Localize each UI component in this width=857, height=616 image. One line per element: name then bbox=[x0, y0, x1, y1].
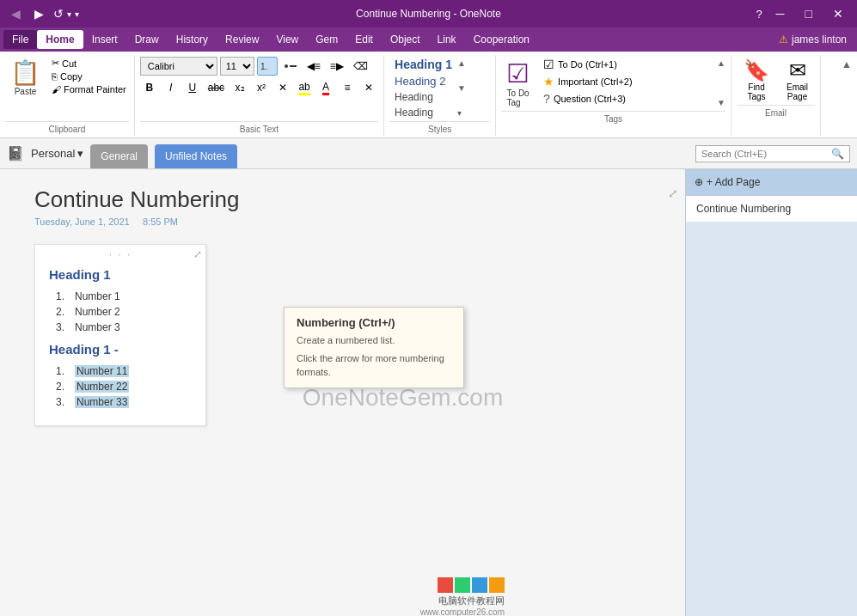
menu-view[interactable]: View bbox=[267, 30, 307, 49]
note-date: Tuesday, June 1, 2021 8:55 PM bbox=[34, 217, 651, 227]
email-label: EmailPage bbox=[787, 82, 808, 101]
highlight-button[interactable]: ab bbox=[295, 78, 314, 97]
font-row-2: B I U abc x₂ x² ✕ ab A ≡ ✕ bbox=[140, 78, 378, 97]
logo-sub: www.computer26.com bbox=[420, 607, 505, 616]
menu-edit[interactable]: Edit bbox=[346, 30, 382, 49]
superscript-button[interactable]: x² bbox=[252, 78, 271, 97]
indent-decrease-button[interactable]: ◀≡ bbox=[303, 57, 324, 76]
menu-file[interactable]: File bbox=[3, 30, 37, 49]
note-date-text: Tuesday, June 1, 2021 bbox=[34, 217, 130, 227]
question-icon: ? bbox=[543, 92, 550, 106]
search-icon[interactable]: 🔍 bbox=[831, 148, 844, 160]
important-icon: ★ bbox=[543, 75, 554, 88]
title-bar: ◀ ▶ ↺ ▾ ▾ Continue Numbering - OneNote ?… bbox=[0, 0, 857, 27]
section-tab-unfiled[interactable]: Unfiled Notes bbox=[155, 144, 237, 168]
tag-todo[interactable]: ☑ To Do (Ctrl+1) bbox=[540, 57, 712, 72]
tags-scroll-up[interactable]: ▲ bbox=[717, 58, 725, 68]
cut-button[interactable]: ✂ Cut bbox=[49, 57, 129, 70]
subscript-button[interactable]: x₂ bbox=[230, 78, 249, 97]
windows-logo bbox=[438, 577, 505, 593]
menu-link[interactable]: Link bbox=[429, 30, 465, 49]
logo-text: 电脑软件教程网 bbox=[438, 595, 505, 607]
back-icon[interactable]: ◀ bbox=[7, 5, 25, 22]
format-painter-button[interactable]: 🖌 Format Painter bbox=[49, 83, 129, 95]
font-select[interactable]: Calibri bbox=[140, 57, 217, 76]
underline-button[interactable]: U bbox=[183, 78, 202, 97]
paste-button[interactable]: 📋 Paste bbox=[5, 57, 46, 98]
indent-increase-button[interactable]: ≡▶ bbox=[327, 57, 347, 76]
list-2: 1. Number 11 2. Number 22 3. Number 33 bbox=[49, 365, 192, 408]
note-expand-corner[interactable]: ⤢ bbox=[668, 186, 678, 200]
add-page-button[interactable]: ⊕ + Add Page bbox=[686, 169, 857, 196]
tag-important[interactable]: ★ Important (Ctrl+2) bbox=[540, 74, 712, 89]
notebook-name[interactable]: Personal ▾ bbox=[31, 147, 83, 160]
italic-button[interactable]: I bbox=[162, 78, 181, 97]
menu-object[interactable]: Object bbox=[382, 30, 429, 49]
quick-access-dropdown-icon[interactable]: ▾ bbox=[75, 9, 79, 19]
find-tags-button[interactable]: 🔖 FindTags bbox=[737, 57, 776, 103]
numbered-list-button[interactable]: 1. bbox=[257, 57, 278, 76]
main-area: Continue Numbering Tuesday, June 1, 2021… bbox=[0, 169, 857, 616]
question-label: Question (Ctrl+3) bbox=[554, 94, 626, 104]
svg-text:1.: 1. bbox=[260, 62, 267, 71]
styles-scroll-down[interactable]: ▼ bbox=[457, 83, 466, 93]
menu-gem[interactable]: Gem bbox=[307, 30, 346, 49]
search-box[interactable]: 🔍 bbox=[695, 145, 850, 162]
maximize-button[interactable]: □ bbox=[799, 5, 819, 22]
menu-home[interactable]: Home bbox=[37, 30, 83, 49]
menu-review[interactable]: Review bbox=[217, 30, 267, 49]
important-label: Important (Ctrl+2) bbox=[558, 76, 633, 87]
style-heading-normal1[interactable]: Heading bbox=[389, 90, 457, 104]
help-button[interactable]: ? bbox=[756, 8, 762, 21]
menu-draw[interactable]: Draw bbox=[126, 30, 168, 49]
copy-button[interactable]: ⎘ Copy bbox=[49, 70, 129, 82]
forward-icon[interactable]: ▶ bbox=[30, 5, 48, 22]
email-page-button[interactable]: ✉ EmailPage bbox=[780, 57, 815, 103]
collapse-ribbon-button[interactable]: ▲ bbox=[836, 55, 857, 136]
align-button[interactable]: ≡ bbox=[338, 78, 357, 97]
clear-button2[interactable]: ✕ bbox=[359, 78, 378, 97]
note-time-text: 8:55 PM bbox=[143, 217, 178, 227]
bold-button[interactable]: B bbox=[140, 78, 159, 97]
clipboard-group: 📋 Paste ✂ Cut ⎘ Copy 🖌 Format Painter Cl… bbox=[0, 55, 135, 136]
email-label: Email bbox=[737, 105, 815, 118]
style-heading-normal2[interactable]: Heading bbox=[389, 106, 457, 119]
clipboard-content: 📋 Paste ✂ Cut ⎘ Copy 🖌 Format Painter bbox=[5, 57, 129, 119]
clear-format-button[interactable]: ✕ bbox=[273, 78, 292, 97]
undo-button[interactable]: ↺ bbox=[53, 7, 64, 21]
tags-scroll-down[interactable]: ▼ bbox=[717, 98, 725, 107]
font-row-1: Calibri 11 1. ◀≡ ≡▶ ⌫ bbox=[140, 57, 371, 76]
win-sq-red bbox=[438, 577, 453, 593]
tags-group: ☑ To DoTag ☑ To Do (Ctrl+1) ★ Important … bbox=[496, 55, 732, 136]
menu-history[interactable]: History bbox=[168, 30, 217, 49]
search-input[interactable] bbox=[701, 149, 828, 159]
eraser-button[interactable]: ⌫ bbox=[350, 57, 371, 76]
user-info: ⚠ james linton bbox=[779, 34, 854, 46]
style-heading2[interactable]: Heading 2 bbox=[389, 74, 457, 88]
window-title: Continue Numbering - OneNote bbox=[356, 8, 501, 20]
menu-insert[interactable]: Insert bbox=[83, 30, 126, 49]
style-heading1[interactable]: Heading 1 bbox=[389, 57, 457, 72]
clipboard-sub: ✂ Cut ⎘ Copy 🖌 Format Painter bbox=[49, 57, 129, 95]
minimize-button[interactable]: ─ bbox=[769, 5, 792, 22]
close-button[interactable]: ✕ bbox=[826, 5, 850, 22]
bulleted-list-button[interactable] bbox=[280, 57, 301, 76]
add-page-icon: ⊕ bbox=[695, 176, 703, 188]
font-color-button[interactable]: A bbox=[316, 78, 335, 97]
undo-dropdown-icon[interactable]: ▾ bbox=[67, 9, 71, 19]
cut-icon: ✂ bbox=[52, 58, 59, 69]
styles-scroll-expand[interactable]: ▾ bbox=[457, 108, 466, 118]
menu-cooperation[interactable]: Cooperation bbox=[465, 30, 538, 49]
expand-button[interactable]: ⤢ bbox=[193, 248, 202, 260]
tag-question[interactable]: ? Question (Ctrl+3) bbox=[540, 91, 712, 107]
strikethrough-button[interactable]: abc bbox=[205, 78, 228, 97]
font-size-select[interactable]: 11 bbox=[220, 57, 254, 76]
right-panel-empty bbox=[686, 223, 857, 616]
todo-tag-button[interactable]: ☑ To DoTag bbox=[501, 57, 535, 109]
note-heading1: Heading 1 bbox=[49, 267, 192, 282]
section-tab-general[interactable]: General bbox=[90, 144, 148, 168]
note-heading2: Heading 1 - bbox=[49, 342, 192, 357]
styles-scroll-up[interactable]: ▲ bbox=[457, 58, 466, 68]
win-sq-green bbox=[455, 577, 470, 593]
page-item-continue-numbering[interactable]: Continue Numbering bbox=[686, 196, 857, 223]
